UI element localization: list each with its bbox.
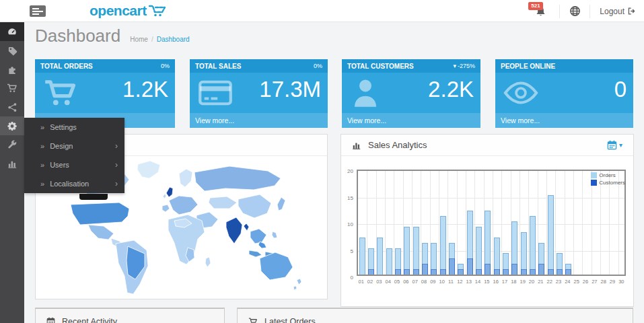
calendar-icon <box>607 140 617 150</box>
gear-icon <box>7 121 17 131</box>
menu-toggle-icon <box>30 5 46 17</box>
x-tick-label: 12 <box>456 279 464 285</box>
sidebar-item-extensions[interactable] <box>0 60 24 79</box>
breadcrumb-home[interactable]: Home <box>130 36 148 43</box>
language-button[interactable] <box>567 0 583 22</box>
plot-area <box>357 170 626 276</box>
submenu-item-label: Design <box>50 142 73 150</box>
x-tick-label: 19 <box>518 279 527 285</box>
sidebar-item-tools[interactable] <box>0 135 24 154</box>
header-actions: 521 Logout <box>530 0 639 22</box>
sidebar-item-system[interactable] <box>0 116 24 135</box>
x-tick-label: 22 <box>545 279 554 285</box>
notifications-button[interactable]: 521 <box>530 0 552 22</box>
breadcrumb-current[interactable]: Dashboard <box>157 36 190 43</box>
date-range-button[interactable]: ▾ <box>607 140 622 150</box>
customers-bar <box>530 269 536 275</box>
tile-value: 17.3M <box>259 77 321 102</box>
x-tick-label: 24 <box>563 279 572 285</box>
gridline <box>565 171 565 275</box>
tile-total-customers: TOTAL CUSTOMERS ▾ -275% 2.2K View more..… <box>342 59 480 128</box>
breadcrumb: Home / Dashboard <box>130 36 189 43</box>
y-tick-label: 10 <box>347 221 353 227</box>
x-tick-label: 25 <box>572 279 581 285</box>
chevron-right-icon: › <box>115 141 118 151</box>
system-submenu: » Settings » Design › » Users › » Locali… <box>24 118 124 193</box>
sidebar <box>0 22 24 323</box>
logo-text: opencart <box>90 3 147 19</box>
tile-title: TOTAL CUSTOMERS <box>347 63 414 70</box>
panel-title: Sales Analytics <box>368 140 427 150</box>
tile-value: 1.2K <box>122 77 168 102</box>
x-tick-label: 29 <box>608 279 616 285</box>
logout-button[interactable]: Logout <box>597 0 639 22</box>
caret-down-icon: ▾ <box>619 141 622 149</box>
notification-badge: 521 <box>528 2 542 10</box>
submenu-item-localisation[interactable]: » Localisation › <box>24 174 124 193</box>
submenu-notch <box>79 194 108 200</box>
view-more-link[interactable]: View more... <box>190 113 328 128</box>
tile-title: PEOPLE ONLINE <box>501 63 555 70</box>
logout-icon <box>627 7 636 15</box>
customers-bar <box>494 269 500 275</box>
tile-value: 0 <box>614 77 627 102</box>
tile-header: PEOPLE ONLINE <box>495 59 633 73</box>
puzzle-icon <box>7 65 17 75</box>
view-more-link[interactable]: View more... <box>495 113 633 128</box>
x-tick-label: 26 <box>581 279 589 285</box>
x-tick-label: 20 <box>527 279 536 285</box>
legend-entry: Customers <box>591 180 625 186</box>
sidebar-item-reports[interactable] <box>0 154 24 173</box>
y-tick-label: 5 <box>351 248 353 254</box>
opencart-logo[interactable]: opencart <box>90 3 166 19</box>
x-tick-label: 01 <box>357 279 365 285</box>
x-tick-label: 17 <box>500 279 509 285</box>
tile-header: TOTAL ORDERS 0% <box>35 59 175 73</box>
double-chevron-icon: » <box>40 142 44 150</box>
sales-analytics-chart: 05101520 0102030405060708091011121314151… <box>357 170 629 279</box>
sidebar-item-sales[interactable] <box>0 79 24 98</box>
customers-bar <box>440 269 446 275</box>
gridline <box>358 224 624 225</box>
chart-legend: OrdersCustomers <box>591 172 625 187</box>
legend-swatch <box>591 172 597 178</box>
submenu-item-settings[interactable]: » Settings <box>24 118 124 137</box>
customers-bar <box>368 269 374 275</box>
header-divider <box>559 5 560 18</box>
customers-bar <box>395 269 401 275</box>
legend-label: Orders <box>599 172 615 178</box>
customers-bar <box>521 269 527 275</box>
tile-delta: ▾ -275% <box>453 63 475 69</box>
legend-label: Customers <box>599 180 625 186</box>
cart-icon <box>248 317 258 323</box>
tile-delta: 0% <box>314 63 322 69</box>
user-icon <box>350 77 381 109</box>
gridline <box>573 171 574 275</box>
menu-toggle-button[interactable] <box>30 5 46 17</box>
submenu-item-label: Settings <box>50 123 77 131</box>
y-tick-label: 0 <box>351 275 353 281</box>
legend-swatch <box>591 180 597 186</box>
bar-chart-icon <box>352 141 361 150</box>
tile-value: 2.2K <box>428 77 474 102</box>
dashboard-icon <box>7 26 17 37</box>
sidebar-item-dashboard[interactable] <box>0 22 24 41</box>
tile-people-online: PEOPLE ONLINE 0 View more... <box>495 59 633 128</box>
tile-body: 17.3M <box>190 73 328 113</box>
sidebar-item-catalog[interactable] <box>0 41 24 60</box>
share-icon <box>7 102 17 112</box>
orders-bar <box>476 227 482 275</box>
submenu-item-users[interactable]: » Users › <box>24 155 124 174</box>
tile-header: TOTAL SALES 0% <box>190 59 328 73</box>
view-more-link[interactable]: View more... <box>342 113 480 128</box>
x-tick-label: 23 <box>554 279 563 285</box>
sidebar-item-marketing[interactable] <box>0 98 24 116</box>
orders-bar <box>521 232 527 275</box>
caret-down-icon: ▾ <box>453 63 456 69</box>
tile-title: TOTAL SALES <box>195 63 241 70</box>
x-tick-label: 05 <box>392 279 401 285</box>
submenu-item-design[interactable]: » Design › <box>24 137 124 155</box>
double-chevron-icon: » <box>40 180 44 188</box>
x-tick-label: 15 <box>482 279 491 285</box>
chevron-right-icon: › <box>115 179 118 188</box>
